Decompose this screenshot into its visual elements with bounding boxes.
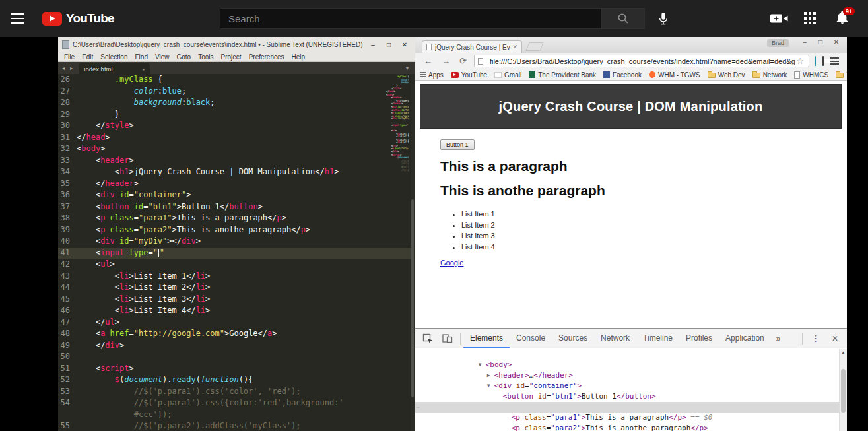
youtube-logo[interactable]: YouTube bbox=[42, 11, 114, 26]
code-line[interactable]: 53 //$('p.para1').css('color', 'red'); bbox=[58, 386, 415, 398]
bookmark-item[interactable]: The Provident Bank bbox=[529, 71, 596, 79]
video-player[interactable]: C:\Users\Brad\Desktop\jquery_crash_cours… bbox=[58, 37, 847, 431]
bookmark-star-icon[interactable]: ☆ bbox=[795, 56, 805, 66]
menu-item[interactable]: Help bbox=[292, 53, 306, 61]
back-button[interactable]: ← bbox=[419, 56, 437, 66]
search-button[interactable] bbox=[602, 8, 645, 29]
code-line[interactable]: 34 <h1>jQuery Crash Course | DOM Manipul… bbox=[58, 166, 415, 178]
inspect-element-button[interactable] bbox=[418, 333, 438, 344]
minimap[interactable]: .myClass { color:blue; background:black;… bbox=[386, 75, 409, 234]
scrollbar-thumb[interactable] bbox=[841, 369, 846, 413]
menu-item[interactable]: View bbox=[155, 53, 170, 61]
create-video-button[interactable] bbox=[770, 13, 788, 27]
dom-tree-row[interactable]: ▼<body> bbox=[415, 349, 839, 360]
scroll-up-icon[interactable]: ▲ bbox=[840, 349, 847, 356]
devtools-tabs-overflow[interactable]: » bbox=[771, 334, 786, 343]
search-input[interactable] bbox=[220, 8, 602, 29]
code-line[interactable]: 44 <li>List Item 2</li> bbox=[58, 282, 415, 294]
google-link[interactable]: Google bbox=[440, 259, 463, 267]
devtools-scrollbar[interactable]: ▲ bbox=[839, 349, 847, 431]
bookmark-item[interactable]: YouTube bbox=[451, 71, 487, 79]
devtools-tab[interactable]: Profiles bbox=[679, 329, 719, 348]
code-line[interactable]: 48 <a href="http://google.com">Google</a… bbox=[58, 328, 415, 340]
extension-icon[interactable] bbox=[815, 56, 817, 66]
code-editor[interactable]: 26 .myClass { 27 color:blue; 28 backgrou… bbox=[58, 74, 415, 431]
tab-close-icon[interactable]: ✕ bbox=[510, 44, 517, 50]
code-line[interactable]: 26 .myClass { bbox=[58, 74, 415, 86]
code-line[interactable]: 45 <li>List Item 3</li> bbox=[58, 294, 415, 306]
code-line[interactable]: 55 //$('p.para2').addClass('myClass'); bbox=[58, 420, 415, 431]
devtools-tab[interactable]: Timeline bbox=[636, 329, 679, 348]
devtools-menu-icon[interactable]: ⋮ bbox=[805, 333, 826, 343]
reload-button[interactable]: ⟳ bbox=[455, 56, 471, 66]
forward-button[interactable]: → bbox=[437, 56, 455, 66]
device-toolbar-button[interactable] bbox=[438, 333, 457, 343]
code-line[interactable]: 46 <li>List Item 4</li> bbox=[58, 305, 415, 317]
extension-icon[interactable] bbox=[822, 56, 824, 66]
chrome-menu-icon[interactable] bbox=[830, 56, 839, 67]
dom-tree-row[interactable]: ⋯<p class="para1">This is a paragraph</p… bbox=[415, 402, 839, 413]
code-line[interactable]: 36 <div id="container"> bbox=[58, 189, 415, 201]
window-control-button[interactable]: □ bbox=[813, 38, 828, 46]
bookmark-item[interactable]: Apps bbox=[420, 71, 444, 79]
menu-item[interactable]: Tools bbox=[198, 53, 213, 61]
code-line[interactable]: 38 <p class="para1">This is a paragraph<… bbox=[58, 213, 415, 224]
menu-item[interactable]: Project bbox=[221, 53, 242, 61]
new-tab-button[interactable] bbox=[525, 42, 543, 51]
code-line[interactable]: 29 } bbox=[58, 109, 415, 121]
code-line[interactable]: 54 //$('p.para1').css({color:'red',backg… bbox=[58, 397, 415, 409]
window-control-button[interactable]: ✕ bbox=[828, 38, 844, 46]
code-line[interactable]: 30 </style> bbox=[58, 120, 415, 132]
menu-item[interactable]: Find bbox=[135, 53, 148, 61]
address-bar[interactable]: file:///C:/Users/Brad/Desktop/jquery_cra… bbox=[474, 55, 809, 67]
bookmark-item[interactable]: WHMCS bbox=[794, 71, 828, 79]
profile-badge[interactable]: Brad bbox=[767, 39, 789, 47]
code-line[interactable]: 39 <p class="para2">This is anothe parag… bbox=[58, 224, 415, 236]
window-control-button[interactable]: – bbox=[797, 38, 813, 46]
code-line[interactable]: 42 <ul> bbox=[58, 259, 415, 271]
devtools-tab[interactable]: Sources bbox=[552, 329, 594, 348]
code-line[interactable]: 52 $(document).ready(function(){ bbox=[58, 374, 415, 386]
window-control-button[interactable]: □ bbox=[381, 41, 397, 48]
code-line[interactable]: 35 </header> bbox=[58, 178, 415, 190]
browser-tab[interactable]: jQuery Crash Course | Ev ✕ bbox=[422, 40, 522, 53]
code-line[interactable]: 43 <li>List Item 1</li> bbox=[58, 271, 415, 282]
bookmark-item[interactable]: YouTube Channels bbox=[836, 71, 847, 79]
code-line[interactable]: 28 background:black; bbox=[58, 97, 415, 109]
bookmark-item[interactable]: WHM - TGWS bbox=[649, 71, 700, 79]
devtools-tab[interactable]: Application bbox=[719, 329, 771, 348]
code-line[interactable]: 40 <div id="myDiv"></div> bbox=[58, 236, 415, 248]
notifications-button[interactable]: 9+ bbox=[835, 10, 850, 28]
button-1[interactable]: Button 1 bbox=[440, 139, 475, 150]
code-line[interactable]: 50 bbox=[58, 351, 415, 363]
bookmark-item[interactable]: Gmail bbox=[494, 71, 521, 79]
dom-tree-row[interactable]: </h1> bbox=[415, 423, 839, 431]
code-line[interactable]: 37 <button id="btn1">Button 1</button> bbox=[58, 201, 415, 213]
menu-item[interactable]: Goto bbox=[176, 53, 191, 61]
code-line[interactable]: 33 <header> bbox=[58, 155, 415, 167]
menu-item[interactable]: Selection bbox=[100, 53, 127, 61]
code-line[interactable]: 51 <script> bbox=[58, 363, 415, 375]
menu-item[interactable]: Preferences bbox=[249, 53, 284, 61]
hamburger-menu-icon[interactable] bbox=[11, 13, 24, 24]
devtools-close-icon[interactable]: ✕ bbox=[826, 334, 844, 343]
tab-scroll-arrows[interactable]: ◂ ▸ bbox=[58, 65, 79, 74]
dom-tree-row[interactable]: ▶<header>…</header> bbox=[415, 360, 839, 370]
menu-item[interactable]: Edit bbox=[82, 53, 93, 61]
code-line[interactable]: 27 color:blue; bbox=[58, 86, 415, 98]
code-line[interactable]: #ccc'}); bbox=[58, 409, 415, 421]
dom-tree-row[interactable]: ▼<h1> bbox=[415, 391, 839, 402]
editor-tab-indexhtml[interactable]: index.html ● bbox=[79, 63, 150, 74]
menu-item[interactable]: File bbox=[64, 53, 75, 61]
devtools-tab[interactable]: Network bbox=[594, 329, 636, 348]
apps-button[interactable] bbox=[804, 12, 817, 25]
bookmark-item[interactable]: Web Dev bbox=[708, 71, 745, 79]
code-line[interactable]: 31 </head> bbox=[58, 132, 415, 144]
editor-scrollbar[interactable] bbox=[411, 74, 415, 431]
code-line[interactable]: 49 </div> bbox=[58, 340, 415, 352]
devtools-tab[interactable]: Console bbox=[510, 329, 552, 348]
code-line[interactable]: 41 <input type="" bbox=[58, 248, 415, 259]
window-control-button[interactable]: ✕ bbox=[397, 41, 413, 48]
dom-tree-row[interactable]: ▼<div id="container"> bbox=[415, 370, 839, 381]
dom-tree-row[interactable]: <button id="btn1">Button 1</button> bbox=[415, 381, 839, 391]
